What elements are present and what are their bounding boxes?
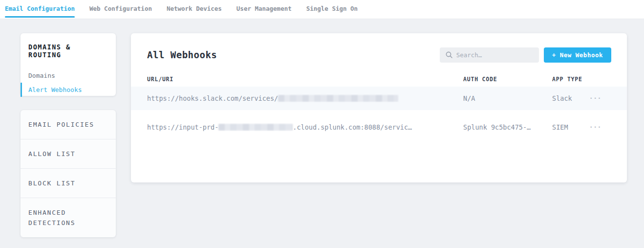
column-header-url: URL/URI bbox=[147, 76, 463, 83]
cell-auth-code: N/A bbox=[463, 94, 552, 102]
sidebar-section-title: DOMAINS & ROUTING bbox=[28, 43, 108, 59]
redacted-url-segment bbox=[278, 95, 398, 102]
header-controls: + New Webhook bbox=[440, 47, 611, 63]
top-navigation: Email Configuration Web Configuration Ne… bbox=[0, 0, 644, 19]
tab-single-sign-on[interactable]: Single Sign On bbox=[306, 0, 358, 19]
sidebar-item-alert-webhooks[interactable]: Alert Webhooks bbox=[28, 83, 108, 97]
tab-network-devices[interactable]: Network Devices bbox=[167, 0, 222, 19]
redacted-url-segment bbox=[218, 124, 293, 131]
table-row[interactable]: https://hooks.slack.com/services/ N/A Sl… bbox=[131, 87, 627, 110]
sidebar-item-domains[interactable]: Domains bbox=[28, 68, 108, 83]
cell-url: https://hooks.slack.com/services/ bbox=[147, 94, 463, 102]
search-icon bbox=[446, 51, 452, 58]
cell-app-type: SIEM bbox=[552, 123, 590, 131]
cell-app-type: Slack bbox=[552, 94, 590, 102]
sidebar-sections-card: EMAIL POLICIES ALLOW LIST BLOCK LIST ENH… bbox=[21, 110, 116, 237]
page-title: All Webhooks bbox=[147, 49, 217, 60]
sidebar-item-block-list[interactable]: BLOCK LIST bbox=[21, 169, 116, 198]
webhooks-panel: All Webhooks + New Webhook URL/URI AUTH … bbox=[131, 33, 627, 182]
tab-email-configuration[interactable]: Email Configuration bbox=[5, 0, 75, 19]
row-actions-menu-icon[interactable]: ••• bbox=[590, 96, 627, 101]
table-row[interactable]: https://input-prd-.cloud.splunk.com:8088… bbox=[131, 115, 627, 139]
row-actions-menu-icon[interactable]: ••• bbox=[590, 125, 627, 130]
tab-user-management[interactable]: User Management bbox=[236, 0, 292, 19]
search-box bbox=[440, 47, 539, 63]
column-header-app-type: APP TYPE bbox=[552, 76, 590, 83]
url-suffix: .cloud.splunk.com:8088/servic… bbox=[293, 123, 412, 131]
column-header-auth-code: AUTH CODE bbox=[463, 76, 552, 83]
url-prefix: https://hooks.slack.com/services/ bbox=[147, 94, 278, 102]
url-prefix: https://input-prd- bbox=[147, 123, 218, 131]
search-input[interactable] bbox=[456, 51, 533, 59]
panel-header: All Webhooks + New Webhook bbox=[131, 46, 627, 63]
sidebar-item-email-policies[interactable]: EMAIL POLICIES bbox=[21, 110, 116, 139]
screen: Email Configuration Web Configuration Ne… bbox=[0, 0, 644, 248]
webhooks-table: URL/URI AUTH CODE APP TYPE https://hooks… bbox=[131, 72, 627, 139]
sidebar-item-allow-list[interactable]: ALLOW LIST bbox=[21, 139, 116, 169]
tab-web-configuration[interactable]: Web Configuration bbox=[89, 0, 152, 19]
cell-url: https://input-prd-.cloud.splunk.com:8088… bbox=[147, 123, 463, 131]
new-webhook-button[interactable]: + New Webhook bbox=[544, 47, 611, 63]
sidebar-item-enhanced-detections[interactable]: ENHANCED DETECTIONS bbox=[21, 198, 116, 237]
sidebar-domains-routing-card: DOMAINS & ROUTING Domains Alert Webhooks bbox=[21, 33, 116, 96]
cell-auth-code: Splunk 9c5bc475-… bbox=[463, 123, 552, 131]
table-header-row: URL/URI AUTH CODE APP TYPE bbox=[131, 72, 627, 87]
